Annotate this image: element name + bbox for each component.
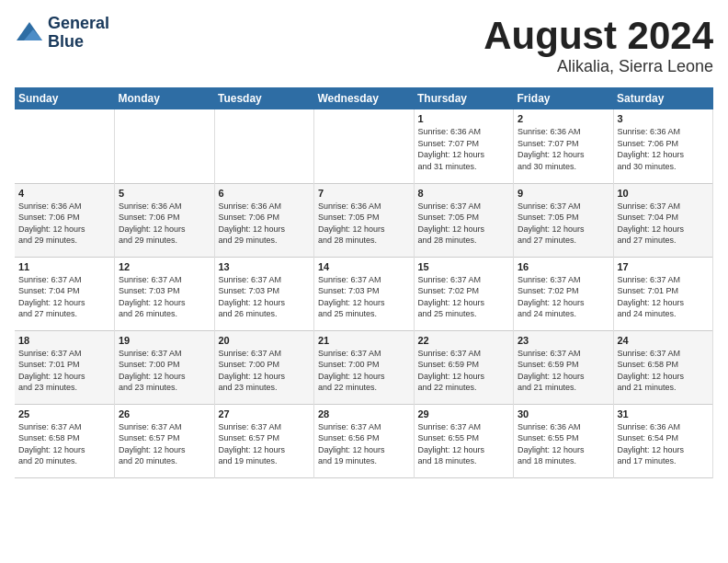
day-info: Sunrise: 6:36 AM Sunset: 7:05 PM Dayligh… (318, 201, 410, 247)
calendar-cell: 5Sunrise: 6:36 AM Sunset: 7:06 PM Daylig… (115, 183, 215, 257)
day-number: 27 (219, 408, 311, 419)
calendar-cell: 27Sunrise: 6:37 AM Sunset: 6:57 PM Dayli… (214, 404, 314, 477)
calendar-cell: 25Sunrise: 6:37 AM Sunset: 6:58 PM Dayli… (15, 404, 115, 477)
day-number: 26 (119, 408, 210, 419)
day-number: 1 (418, 113, 510, 124)
page-header: General Blue August 2024 Alikalia, Sierr… (15, 15, 713, 76)
day-number: 3 (618, 113, 710, 124)
day-info: Sunrise: 6:37 AM Sunset: 7:03 PM Dayligh… (119, 274, 210, 320)
day-info: Sunrise: 6:36 AM Sunset: 7:07 PM Dayligh… (418, 126, 510, 172)
calendar-cell: 9Sunrise: 6:37 AM Sunset: 7:05 PM Daylig… (514, 183, 614, 257)
week-row-3: 11Sunrise: 6:37 AM Sunset: 7:04 PM Dayli… (15, 257, 713, 330)
day-info: Sunrise: 6:37 AM Sunset: 7:00 PM Dayligh… (219, 348, 311, 394)
day-info: Sunrise: 6:37 AM Sunset: 7:03 PM Dayligh… (219, 274, 311, 320)
calendar-cell: 19Sunrise: 6:37 AM Sunset: 7:00 PM Dayli… (115, 330, 215, 404)
location-subtitle: Alikalia, Sierra Leone (483, 57, 713, 76)
day-info: Sunrise: 6:37 AM Sunset: 7:05 PM Dayligh… (518, 201, 609, 247)
day-info: Sunrise: 6:37 AM Sunset: 7:00 PM Dayligh… (318, 348, 410, 394)
logo-icon (15, 20, 44, 46)
day-number: 18 (18, 335, 110, 346)
day-number: 19 (119, 335, 210, 346)
weekday-header-wednesday: Wednesday (314, 87, 415, 109)
day-info: Sunrise: 6:36 AM Sunset: 6:55 PM Dayligh… (518, 421, 609, 467)
weekday-header-monday: Monday (115, 87, 215, 109)
day-number: 11 (18, 261, 110, 272)
day-number: 31 (618, 408, 710, 419)
day-info: Sunrise: 6:37 AM Sunset: 7:04 PM Dayligh… (618, 201, 710, 247)
day-number: 24 (618, 335, 710, 346)
calendar-cell: 2Sunrise: 6:36 AM Sunset: 7:07 PM Daylig… (514, 109, 614, 183)
calendar-cell: 7Sunrise: 6:36 AM Sunset: 7:05 PM Daylig… (314, 183, 415, 257)
day-info: Sunrise: 6:37 AM Sunset: 7:05 PM Dayligh… (418, 201, 510, 247)
day-info: Sunrise: 6:36 AM Sunset: 7:06 PM Dayligh… (618, 126, 710, 172)
calendar-cell: 23Sunrise: 6:37 AM Sunset: 6:59 PM Dayli… (514, 330, 614, 404)
calendar-cell (214, 109, 314, 183)
weekday-header-sunday: Sunday (15, 87, 115, 109)
calendar-cell (115, 109, 215, 183)
day-info: Sunrise: 6:37 AM Sunset: 7:01 PM Dayligh… (18, 348, 110, 394)
calendar-cell: 20Sunrise: 6:37 AM Sunset: 7:00 PM Dayli… (214, 330, 314, 404)
calendar-cell: 21Sunrise: 6:37 AM Sunset: 7:00 PM Dayli… (314, 330, 415, 404)
day-info: Sunrise: 6:36 AM Sunset: 6:54 PM Dayligh… (618, 421, 710, 467)
day-number: 5 (119, 188, 210, 199)
week-row-5: 25Sunrise: 6:37 AM Sunset: 6:58 PM Dayli… (15, 404, 713, 477)
calendar-cell: 8Sunrise: 6:37 AM Sunset: 7:05 PM Daylig… (414, 183, 514, 257)
day-number: 17 (618, 261, 710, 272)
day-number: 15 (418, 261, 510, 272)
calendar-cell (314, 109, 415, 183)
calendar-cell: 1Sunrise: 6:36 AM Sunset: 7:07 PM Daylig… (414, 109, 514, 183)
week-row-4: 18Sunrise: 6:37 AM Sunset: 7:01 PM Dayli… (15, 330, 713, 404)
calendar-cell: 31Sunrise: 6:36 AM Sunset: 6:54 PM Dayli… (613, 404, 713, 477)
day-number: 20 (219, 335, 311, 346)
calendar-cell: 15Sunrise: 6:37 AM Sunset: 7:02 PM Dayli… (414, 257, 514, 330)
day-info: Sunrise: 6:37 AM Sunset: 6:58 PM Dayligh… (18, 421, 110, 467)
logo-text: General Blue (48, 15, 109, 52)
calendar-cell (15, 109, 115, 183)
day-info: Sunrise: 6:37 AM Sunset: 7:02 PM Dayligh… (418, 274, 510, 320)
day-number: 21 (318, 335, 410, 346)
calendar-cell: 14Sunrise: 6:37 AM Sunset: 7:03 PM Dayli… (314, 257, 415, 330)
day-number: 2 (518, 113, 609, 124)
calendar-cell: 10Sunrise: 6:37 AM Sunset: 7:04 PM Dayli… (613, 183, 713, 257)
calendar-cell: 24Sunrise: 6:37 AM Sunset: 6:58 PM Dayli… (613, 330, 713, 404)
calendar-cell: 17Sunrise: 6:37 AM Sunset: 7:01 PM Dayli… (613, 257, 713, 330)
calendar-cell: 18Sunrise: 6:37 AM Sunset: 7:01 PM Dayli… (15, 330, 115, 404)
day-info: Sunrise: 6:37 AM Sunset: 7:02 PM Dayligh… (518, 274, 609, 320)
calendar-table: SundayMondayTuesdayWednesdayThursdayFrid… (15, 87, 713, 478)
day-info: Sunrise: 6:37 AM Sunset: 6:57 PM Dayligh… (119, 421, 210, 467)
day-number: 22 (418, 335, 510, 346)
day-info: Sunrise: 6:36 AM Sunset: 7:07 PM Dayligh… (518, 126, 609, 172)
week-row-2: 4Sunrise: 6:36 AM Sunset: 7:06 PM Daylig… (15, 183, 713, 257)
day-number: 10 (618, 188, 710, 199)
logo: General Blue (15, 15, 109, 52)
calendar-cell: 30Sunrise: 6:36 AM Sunset: 6:55 PM Dayli… (514, 404, 614, 477)
weekday-header-saturday: Saturday (613, 87, 713, 109)
day-number: 13 (219, 261, 311, 272)
calendar-cell: 28Sunrise: 6:37 AM Sunset: 6:56 PM Dayli… (314, 404, 415, 477)
day-info: Sunrise: 6:37 AM Sunset: 6:57 PM Dayligh… (219, 421, 311, 467)
day-number: 23 (518, 335, 609, 346)
day-number: 12 (119, 261, 210, 272)
calendar-cell: 26Sunrise: 6:37 AM Sunset: 6:57 PM Dayli… (115, 404, 215, 477)
calendar-cell: 3Sunrise: 6:36 AM Sunset: 7:06 PM Daylig… (613, 109, 713, 183)
day-number: 4 (18, 188, 110, 199)
day-info: Sunrise: 6:37 AM Sunset: 6:55 PM Dayligh… (418, 421, 510, 467)
day-number: 8 (418, 188, 510, 199)
title-block: August 2024 Alikalia, Sierra Leone (483, 15, 713, 76)
day-info: Sunrise: 6:37 AM Sunset: 7:03 PM Dayligh… (318, 274, 410, 320)
calendar-cell: 12Sunrise: 6:37 AM Sunset: 7:03 PM Dayli… (115, 257, 215, 330)
day-info: Sunrise: 6:36 AM Sunset: 7:06 PM Dayligh… (18, 201, 110, 247)
month-title: August 2024 (483, 15, 713, 57)
calendar-cell: 16Sunrise: 6:37 AM Sunset: 7:02 PM Dayli… (514, 257, 614, 330)
weekday-header-friday: Friday (514, 87, 614, 109)
day-info: Sunrise: 6:37 AM Sunset: 6:59 PM Dayligh… (418, 348, 510, 394)
week-row-1: 1Sunrise: 6:36 AM Sunset: 7:07 PM Daylig… (15, 109, 713, 183)
calendar-cell: 22Sunrise: 6:37 AM Sunset: 6:59 PM Dayli… (414, 330, 514, 404)
day-number: 7 (318, 188, 410, 199)
day-info: Sunrise: 6:37 AM Sunset: 6:56 PM Dayligh… (318, 421, 410, 467)
day-number: 9 (518, 188, 609, 199)
calendar-cell: 29Sunrise: 6:37 AM Sunset: 6:55 PM Dayli… (414, 404, 514, 477)
day-info: Sunrise: 6:37 AM Sunset: 6:58 PM Dayligh… (618, 348, 710, 394)
day-number: 29 (418, 408, 510, 419)
weekday-header-row: SundayMondayTuesdayWednesdayThursdayFrid… (15, 87, 713, 109)
